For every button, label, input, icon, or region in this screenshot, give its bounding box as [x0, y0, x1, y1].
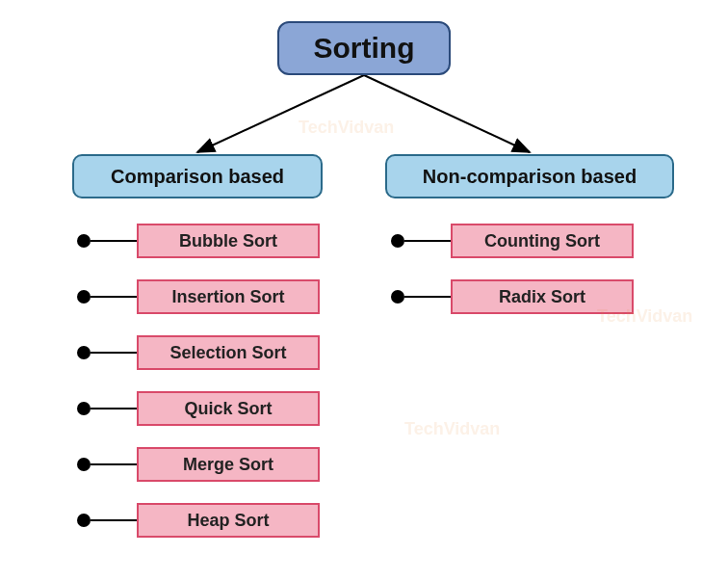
algo-item-radix-sort: Radix Sort [391, 279, 634, 314]
algo-item-quick-sort: Quick Sort [77, 391, 320, 426]
bullet-icon [77, 346, 91, 359]
bullet-icon [77, 402, 91, 415]
algo-item-heap-sort: Heap Sort [77, 503, 320, 538]
algo-label: Bubble Sort [179, 231, 277, 251]
algo-box: Merge Sort [137, 447, 320, 482]
algo-item-selection-sort: Selection Sort [77, 335, 320, 370]
svg-line-1 [197, 75, 364, 152]
bullet-icon [77, 514, 91, 527]
category-non-comparison-based: Non-comparison based [385, 154, 674, 198]
connector-line [91, 519, 137, 521]
connector-line [91, 296, 137, 298]
algo-box: Insertion Sort [137, 279, 320, 314]
bullet-icon [77, 458, 91, 471]
svg-line-2 [364, 75, 530, 152]
connector-line [404, 240, 451, 242]
connector-line [91, 352, 137, 354]
bullet-icon [77, 290, 91, 304]
bullet-icon [391, 290, 404, 304]
connector-line [91, 408, 137, 409]
watermark: TechVidvan [299, 118, 394, 138]
algo-label: Selection Sort [169, 343, 286, 363]
algo-label: Radix Sort [499, 287, 585, 307]
algo-box: Counting Sort [451, 224, 634, 258]
algo-label: Counting Sort [484, 231, 600, 251]
watermark: TechVidvan [404, 419, 500, 439]
algo-item-counting-sort: Counting Sort [391, 224, 634, 258]
root-node-sorting: Sorting [277, 21, 451, 75]
category-right-label: Non-comparison based [423, 166, 637, 188]
algo-label: Heap Sort [187, 511, 269, 531]
algo-box: Heap Sort [137, 503, 320, 538]
algo-label: Merge Sort [183, 455, 273, 475]
algo-box: Bubble Sort [137, 224, 320, 258]
category-left-label: Comparison based [111, 166, 284, 188]
algo-label: Insertion Sort [171, 287, 284, 307]
root-title: Sorting [314, 32, 415, 65]
bullet-icon [391, 234, 404, 248]
connector-line [91, 240, 137, 242]
connector-line [91, 463, 137, 465]
algo-box: Selection Sort [137, 335, 320, 370]
algo-label: Quick Sort [184, 399, 272, 419]
algo-item-insertion-sort: Insertion Sort [77, 279, 320, 314]
category-comparison-based: Comparison based [72, 154, 323, 198]
bullet-icon [77, 234, 91, 248]
connector-line [404, 296, 451, 298]
algo-box: Quick Sort [137, 391, 320, 426]
algo-item-bubble-sort: Bubble Sort [77, 224, 320, 258]
algo-item-merge-sort: Merge Sort [77, 447, 320, 482]
algo-box: Radix Sort [451, 279, 634, 314]
